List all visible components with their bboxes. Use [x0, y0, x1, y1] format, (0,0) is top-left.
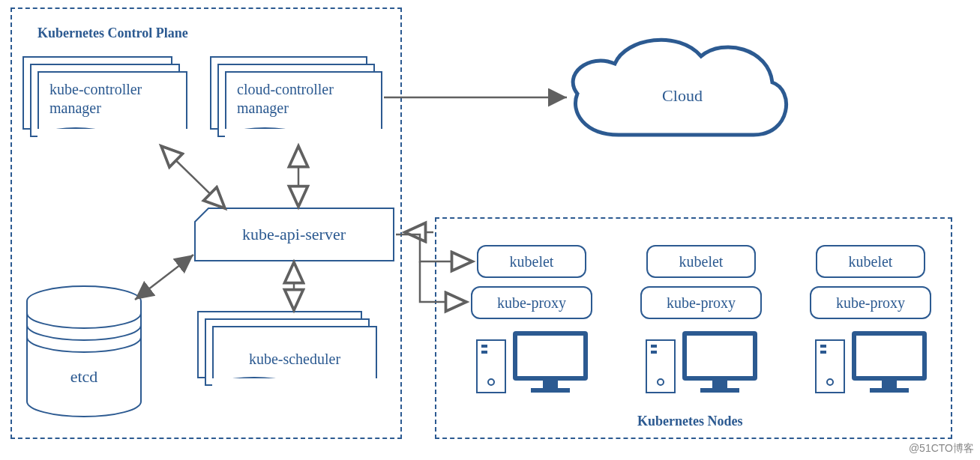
svg-rect-23 — [856, 336, 922, 376]
svg-rect-4 — [481, 351, 487, 354]
svg-rect-17 — [700, 388, 739, 393]
cloud-icon: Cloud — [555, 30, 795, 157]
svg-rect-16 — [712, 381, 727, 388]
watermark-text: @51CTO博客 — [909, 442, 974, 456]
node1-kubelet-box: kubelet — [477, 245, 586, 278]
svg-rect-20 — [820, 351, 826, 354]
kube-scheduler-box: kube-scheduler — [197, 311, 377, 393]
svg-rect-9 — [531, 388, 570, 393]
kube-api-server-label: kube-api-server — [242, 225, 346, 243]
cloud-controller-manager-label: cloud-controllermanager — [237, 80, 334, 118]
cloud-label: Cloud — [662, 86, 703, 105]
node2-kubelet-box: kubelet — [646, 245, 756, 278]
node3-kubelet-box: kubelet — [816, 245, 925, 278]
node3-computer-icon — [811, 324, 931, 399]
node1-kubeproxy-box: kube-proxy — [471, 286, 592, 319]
svg-rect-8 — [543, 381, 558, 388]
node2-kubeproxy-box: kube-proxy — [640, 286, 762, 319]
etcd-cylinder: etcd — [24, 285, 144, 420]
node3-kubeproxy-box: kube-proxy — [810, 286, 931, 319]
control-plane-title: Kubernetes Control Plane — [37, 25, 188, 41]
node1-computer-icon — [472, 324, 592, 399]
svg-rect-7 — [517, 336, 583, 376]
diagram-canvas: Kubernetes Control Plane Kubernetes Node… — [0, 0, 980, 460]
svg-rect-24 — [882, 381, 897, 388]
kube-controller-manager-box: kube-controllermanager — [22, 56, 187, 145]
etcd-label: etcd — [70, 367, 98, 386]
kube-scheduler-label: kube-scheduler — [249, 350, 340, 369]
node2-computer-icon — [642, 324, 762, 399]
svg-rect-19 — [820, 345, 826, 348]
svg-rect-11 — [651, 345, 657, 348]
svg-rect-25 — [870, 388, 909, 393]
svg-rect-15 — [687, 336, 753, 376]
svg-rect-3 — [481, 345, 487, 348]
kube-controller-manager-label: kube-controllermanager — [49, 80, 142, 118]
svg-rect-12 — [651, 351, 657, 354]
kube-api-server-box: kube-api-server — [195, 208, 394, 261]
nodes-title: Kubernetes Nodes — [637, 414, 743, 429]
cloud-controller-manager-box: cloud-controllermanager — [210, 56, 382, 145]
